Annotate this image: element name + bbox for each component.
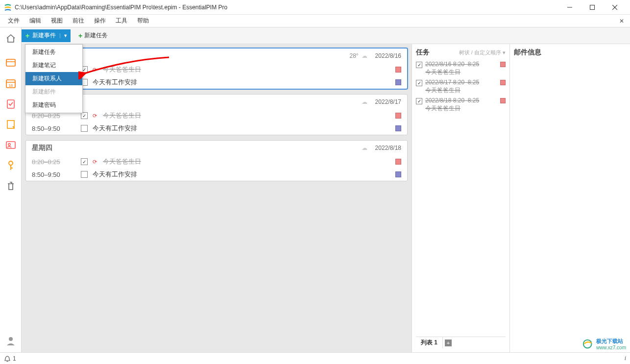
task-item[interactable]: 2022/8/18 8:20–8:25今天爸爸生日: [416, 97, 506, 112]
tasks-panel-header: 任务 树状 / 自定义顺序 ▾: [416, 48, 506, 57]
category-flag: [500, 62, 506, 67]
day-header: 星期四☁2022/8/18: [26, 141, 407, 155]
menubar-close-icon[interactable]: ✕: [616, 17, 627, 25]
tasks-panel-subtitle[interactable]: 树状 / 自定义顺序 ▾: [459, 49, 506, 56]
tasks-list: 2022/8/16 8:20–8:25今天爸爸生日2022/8/17 8:20–…: [416, 61, 506, 116]
reminder-count: 1: [13, 355, 16, 362]
new-event-label: 新建事件: [32, 31, 56, 40]
day-name: 星期四: [32, 144, 52, 152]
nav-today-icon[interactable]: [3, 55, 19, 71]
nav-contacts-icon[interactable]: [3, 137, 19, 153]
nav-trash-icon[interactable]: [3, 178, 19, 194]
watermark-logo-icon: [582, 339, 594, 349]
nav-home-icon[interactable]: [3, 30, 19, 46]
new-event-dropdown: 新建任务新建笔记新建联系人新建邮件新建密码: [25, 44, 83, 113]
category-flag: [395, 159, 401, 165]
event-text: 今天有工作安排: [93, 78, 137, 87]
status-bar: 1 i: [0, 352, 630, 364]
task-text: 2022/8/16 8:20–8:25今天爸爸生日: [425, 61, 497, 76]
task-text: 2022/8/17 8:20–8:25今天爸爸生日: [425, 79, 497, 94]
weather-icon: ☁: [362, 145, 367, 151]
maximize-button[interactable]: [581, 0, 604, 15]
event-text: 今天爸爸生日: [103, 111, 141, 120]
day-card[interactable]: 今天28°☁2022/8/168:20–8:25⟳今天爸爸生日8:50–9:50…: [25, 48, 408, 89]
day-meta: ☁2022/8/17: [362, 98, 401, 105]
task-item[interactable]: 2022/8/17 8:20–8:25今天爸爸生日: [416, 79, 506, 94]
title-bar: C:\Users\admin\AppData\Roaming\Essential…: [0, 0, 630, 15]
nav-tasks-icon[interactable]: [3, 96, 19, 112]
recurring-icon: ⟳: [93, 159, 97, 165]
event-text: 今天有工作安排: [93, 124, 137, 133]
event-row[interactable]: 8:20–8:25⟳今天爸爸生日: [26, 109, 407, 122]
watermark-url: www.xz7.com: [596, 345, 626, 350]
menu-goto[interactable]: 前往: [68, 15, 89, 27]
bell-icon[interactable]: [4, 355, 11, 362]
category-flag: [395, 125, 401, 131]
watermark-brand: 极光下载站: [596, 338, 626, 345]
recurring-icon: ⟳: [93, 113, 97, 119]
event-time: 8:50–9:50: [32, 125, 76, 132]
nav-calendar-icon[interactable]: 16: [3, 75, 19, 91]
event-time: 8:20–8:25: [32, 158, 76, 166]
menu-tools[interactable]: 工具: [111, 15, 132, 27]
menu-file[interactable]: 文件: [3, 15, 24, 27]
toolbar: + 新建事件 ▼ + 新建任务: [0, 27, 630, 44]
nav-user-icon[interactable]: [3, 333, 19, 348]
task-item[interactable]: 2022/8/16 8:20–8:25今天爸爸生日: [416, 61, 506, 76]
event-time: 8:50–9:50: [32, 171, 76, 178]
dropdown-item[interactable]: 新建笔记: [25, 59, 82, 72]
tasks-tab[interactable]: 列表 1: [416, 337, 443, 348]
minimize-button[interactable]: [558, 0, 581, 15]
category-flag: [395, 171, 401, 177]
svg-point-13: [9, 161, 13, 165]
day-date: 2022/8/16: [375, 52, 401, 59]
category-flag: [395, 79, 401, 85]
nav-passwords-icon[interactable]: [3, 158, 19, 173]
new-event-button[interactable]: + 新建事件 ▼: [22, 29, 71, 42]
day-card[interactable]: 星期四☁2022/8/188:20–8:25⟳今天爸爸生日8:50–9:50今天…: [25, 140, 408, 181]
event-checkbox[interactable]: [81, 125, 88, 132]
task-checkbox[interactable]: [416, 98, 422, 104]
mail-panel-title: 邮件信息: [514, 48, 626, 57]
tasks-add-tab-icon[interactable]: +: [445, 340, 452, 346]
event-row[interactable]: 8:50–9:50今天有工作安排: [26, 76, 407, 89]
recurring-icon: ⟳: [93, 67, 97, 73]
dropdown-item[interactable]: 新建联系人: [25, 72, 82, 85]
event-row[interactable]: 8:50–9:50今天有工作安排: [26, 168, 407, 181]
menu-view[interactable]: 视图: [46, 15, 68, 27]
dropdown-item[interactable]: 新建密码: [25, 98, 82, 112]
plus-icon: +: [78, 32, 82, 40]
event-row[interactable]: 8:50–9:50今天有工作安排: [26, 122, 407, 135]
close-button[interactable]: [604, 0, 626, 15]
category-flag: [395, 67, 401, 73]
new-task-label: 新建任务: [84, 31, 108, 40]
menu-help[interactable]: 帮助: [132, 15, 154, 27]
event-row[interactable]: 8:20–8:25⟳今天爸爸生日: [26, 155, 407, 168]
new-task-button[interactable]: + 新建任务: [75, 29, 111, 42]
task-checkbox[interactable]: [416, 62, 422, 68]
status-right-icon: i: [625, 355, 626, 362]
task-text: 2022/8/18 8:20–8:25今天爸爸生日: [425, 97, 497, 112]
event-checkbox[interactable]: [81, 171, 88, 178]
nav-notes-icon[interactable]: [3, 117, 19, 132]
svg-rect-4: [6, 59, 15, 66]
app-icon: [4, 3, 12, 11]
dropdown-item[interactable]: 新建任务: [25, 46, 82, 59]
menu-edit[interactable]: 编辑: [24, 15, 46, 27]
day-header: 星期三☁2022/8/17: [26, 95, 407, 109]
day-meta: ☁2022/8/18: [362, 145, 401, 151]
dropdown-item: 新建邮件: [25, 85, 82, 98]
svg-point-16: [9, 337, 13, 341]
plus-icon: +: [25, 32, 29, 40]
day-card[interactable]: 星期三☁2022/8/178:20–8:25⟳今天爸爸生日8:50–9:50今天…: [25, 94, 408, 135]
task-checkbox[interactable]: [416, 80, 422, 86]
event-text: 今天爸爸生日: [103, 157, 141, 166]
day-meta: 28°☁2022/8/16: [349, 52, 401, 59]
event-row[interactable]: 8:20–8:25⟳今天爸爸生日: [26, 63, 407, 76]
chevron-down-icon[interactable]: ▼: [60, 33, 68, 38]
menu-action[interactable]: 操作: [89, 15, 111, 27]
event-checkbox[interactable]: [81, 112, 88, 119]
event-text: 今天爸爸生日: [103, 65, 141, 74]
event-checkbox[interactable]: [81, 158, 88, 165]
nav-sidebar: 16: [0, 27, 22, 352]
